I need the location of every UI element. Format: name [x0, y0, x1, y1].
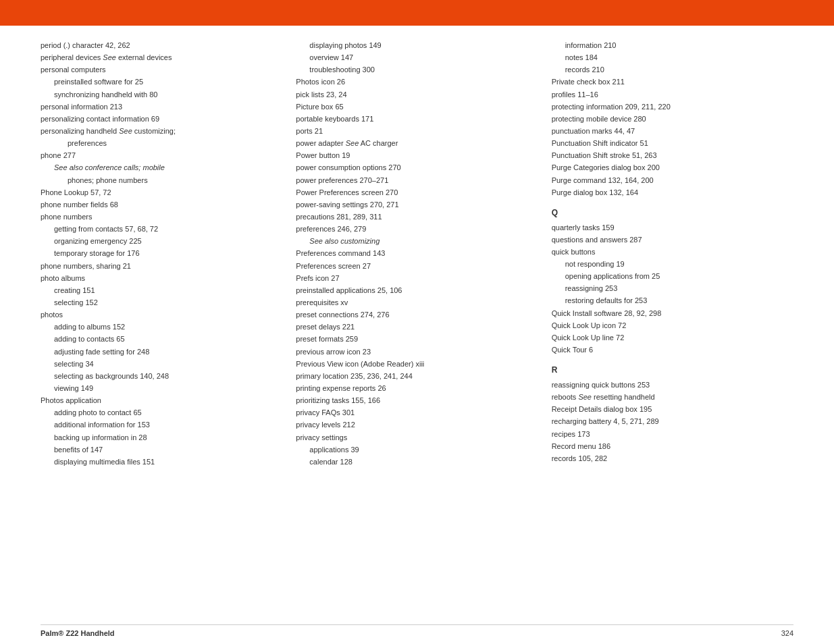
list-item: adding to contacts 65: [41, 333, 269, 345]
list-item: recharging battery 4, 5, 271, 289: [552, 415, 780, 427]
list-item: punctuation marks 44, 47: [552, 125, 780, 137]
footer-page: 324: [781, 629, 793, 637]
list-item: power-saving settings 270, 271: [296, 198, 524, 211]
list-item: privacy levels 212: [296, 419, 524, 431]
list-item: Quick Install software 28, 92, 298: [552, 307, 780, 319]
list-item: Phone Lookup 57, 72: [41, 186, 269, 198]
list-item: overview 147: [296, 51, 524, 63]
list-item: getting from contacts 57, 68, 72: [41, 223, 269, 235]
list-item: power consumption options 270: [296, 161, 524, 173]
list-item: displaying multimedia files 151: [41, 456, 269, 468]
list-item: primary location 235, 236, 241, 244: [296, 370, 524, 382]
list-item: personalizing handheld See customizing;: [41, 125, 269, 137]
list-item: Purge dialog box 132, 164: [552, 186, 780, 198]
list-item: quick buttons: [552, 246, 780, 258]
list-item: preset delays 221: [296, 321, 524, 333]
list-item: additional information for 153: [41, 419, 269, 431]
list-item: not responding 19: [552, 258, 780, 270]
list-item: Quick Look Up icon 72: [552, 319, 780, 331]
list-item: adjusting fade setting for 248: [41, 346, 269, 358]
list-item: Quick Tour 6: [552, 344, 780, 356]
list-item: peripheral devices See external devices: [41, 51, 269, 63]
list-item: questions and answers 287: [552, 234, 780, 246]
list-item: notes 184: [552, 51, 780, 63]
list-item: period (.) character 42, 262: [41, 39, 269, 51]
list-item: phone numbers: [41, 211, 269, 223]
list-item: Power Preferences screen 270: [296, 186, 524, 198]
list-item: previous arrow icon 23: [296, 346, 524, 358]
list-item: displaying photos 149: [296, 39, 524, 51]
list-item: Purge Categories dialog box 200: [552, 161, 780, 173]
list-item: Punctuation Shift stroke 51, 263: [552, 149, 780, 161]
list-item: adding photo to contact 65: [41, 406, 269, 419]
list-item: recipes 173: [552, 428, 780, 440]
list-item: Preferences command 143: [296, 247, 524, 259]
list-item: Receipt Details dialog box 195: [552, 403, 780, 415]
page-content: period (.) character 42, 262peripheral d…: [0, 26, 834, 644]
list-item: Photos application: [41, 394, 269, 406]
list-item: backing up information in 28: [41, 431, 269, 444]
list-item: restoring defaults for 253: [552, 294, 780, 306]
list-item: creating 151: [41, 284, 269, 296]
list-item: protecting information 209, 211, 220: [552, 101, 780, 113]
list-item: phones; phone numbers: [41, 174, 269, 186]
list-item: precautions 281, 289, 311: [296, 211, 524, 223]
list-item: photos: [41, 308, 269, 321]
footer: Palm® Z22 Handheld 324: [41, 624, 793, 637]
list-item: adding to albums 152: [41, 321, 269, 333]
columns: period (.) character 42, 262peripheral d…: [41, 39, 793, 619]
list-item: personalizing contact information 69: [41, 113, 269, 125]
list-item: ports 21: [296, 125, 524, 137]
list-item: See also conference calls; mobile: [41, 161, 269, 173]
list-item: Quick Look Up line 72: [552, 331, 780, 344]
list-item: Private check box 211: [552, 76, 780, 88]
list-item: selecting 152: [41, 296, 269, 308]
list-item: preferences: [41, 137, 269, 149]
list-item: Power button 19: [296, 149, 524, 161]
list-item: opening applications from 25: [552, 270, 780, 282]
list-item: preset connections 274, 276: [296, 308, 524, 321]
list-item: profiles 11–16: [552, 88, 780, 101]
list-item: photo albums: [41, 272, 269, 284]
list-item: calendar 128: [296, 456, 524, 468]
list-item: applications 39: [296, 444, 524, 456]
column-col2: displaying photos 149overview 147trouble…: [282, 39, 538, 619]
list-item: power adapter See AC charger: [296, 137, 524, 149]
list-item: personal information 213: [41, 101, 269, 113]
list-item: protecting mobile device 280: [552, 113, 780, 125]
list-item: prioritizing tasks 155, 166: [296, 394, 524, 406]
list-item: Picture box 65: [296, 101, 524, 113]
list-item: Prefs icon 27: [296, 272, 524, 284]
list-item: organizing emergency 225: [41, 235, 269, 247]
list-item: preferences 246, 279: [296, 223, 524, 235]
list-item: benefits of 147: [41, 444, 269, 456]
list-item: printing expense reports 26: [296, 382, 524, 394]
list-item: selecting 34: [41, 358, 269, 370]
list-item: reassigning quick buttons 253: [552, 379, 780, 391]
list-item: records 210: [552, 63, 780, 76]
list-item: Purge command 132, 164, 200: [552, 174, 780, 186]
list-item: reboots See resetting handheld: [552, 391, 780, 403]
list-item: Previous View icon (Adobe Reader) xiii: [296, 358, 524, 370]
list-item: See also customizing: [296, 235, 524, 247]
list-item: viewing 149: [41, 382, 269, 394]
list-item: power preferences 270–271: [296, 174, 524, 186]
list-item: Punctuation Shift indicator 51: [552, 137, 780, 149]
list-item: prerequisites xv: [296, 296, 524, 308]
column-col1: period (.) character 42, 262peripheral d…: [41, 39, 282, 619]
list-item: information 210: [552, 39, 780, 51]
list-item: records 105, 282: [552, 452, 780, 464]
list-item: Preferences screen 27: [296, 260, 524, 272]
section-header: R: [552, 364, 780, 377]
list-item: personal computers: [41, 63, 269, 76]
list-item: phone 277: [41, 149, 269, 161]
top-bar: [0, 0, 834, 26]
list-item: temporary storage for 176: [41, 247, 269, 259]
list-item: quarterly tasks 159: [552, 221, 780, 234]
column-col3: information 210notes 184records 210Priva…: [538, 39, 793, 619]
list-item: selecting as backgrounds 140, 248: [41, 370, 269, 382]
list-item: pick lists 23, 24: [296, 88, 524, 101]
footer-title: Palm® Z22 Handheld: [41, 629, 115, 637]
list-item: preinstalled software for 25: [41, 76, 269, 88]
list-item: portable keyboards 171: [296, 113, 524, 125]
